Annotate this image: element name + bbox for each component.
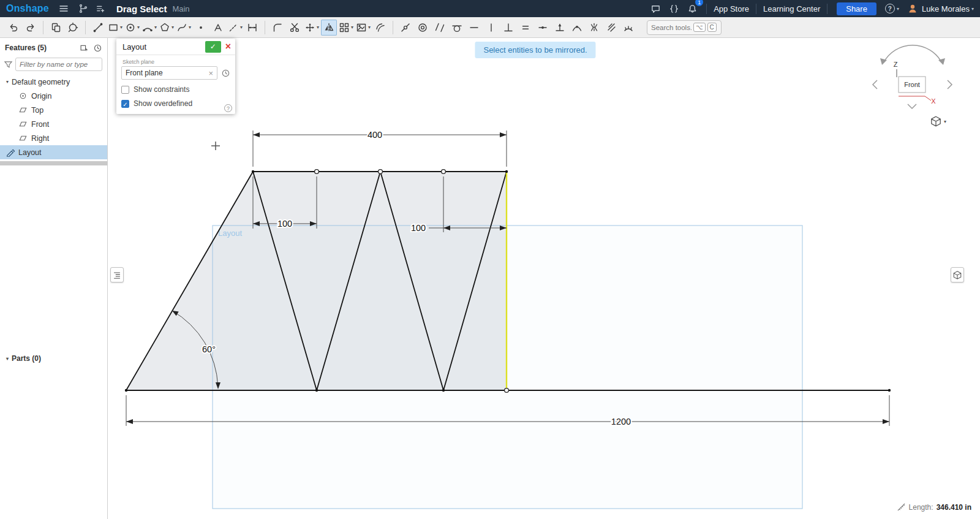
corner-rectangle-tool[interactable]: ▾	[107, 20, 123, 36]
offset-tool[interactable]	[372, 20, 388, 36]
parts-list-toggle[interactable]	[951, 267, 964, 282]
featurescript-button[interactable]	[666, 1, 681, 16]
chevron-down-icon[interactable]: ▾	[240, 25, 243, 30]
dimension-tool[interactable]	[244, 20, 260, 36]
equal-constraint-tool[interactable]	[518, 20, 533, 36]
show-overdefined-checkbox[interactable]: ✓	[121, 100, 129, 108]
user-name[interactable]: Luke Morales	[922, 4, 970, 13]
arc-tool[interactable]: ▾	[141, 20, 157, 36]
user-menu-caret-icon[interactable]: ▾	[971, 6, 974, 12]
chevron-down-icon[interactable]: ▾	[189, 25, 191, 30]
fillet-tool[interactable]	[270, 20, 285, 36]
vertical-constraint-tool[interactable]	[483, 20, 499, 36]
rotate-left-chevron[interactable]	[873, 80, 877, 89]
rotate-down-chevron[interactable]	[908, 104, 916, 108]
clock-icon[interactable]	[221, 69, 230, 78]
expander-chevron-icon[interactable]: ▾	[3, 79, 12, 85]
feature-filter-input[interactable]	[15, 58, 102, 71]
view-cube-face-label[interactable]: Front	[904, 81, 920, 88]
horizontal-constraint-tool[interactable]	[466, 20, 482, 36]
select-window-icon[interactable]	[80, 44, 89, 53]
symmetric-constraint-tool[interactable]	[586, 20, 602, 36]
mirror-tool[interactable]	[321, 20, 337, 36]
center-circle-tool[interactable]: ▾	[124, 20, 140, 36]
view-cube[interactable]: Front Z X	[866, 40, 970, 129]
insert-new-tab-button[interactable]	[93, 1, 108, 16]
view-options-button[interactable]: ▾	[930, 115, 946, 127]
dim-400-text[interactable]: 400	[368, 130, 382, 140]
sketch-svg[interactable]: Layout 400 100	[108, 38, 980, 519]
show-constraints-checkbox[interactable]	[121, 86, 129, 94]
rotate-right-chevron[interactable]	[948, 80, 952, 89]
curvature-constraint-tool[interactable]	[620, 20, 636, 36]
rotate-arc[interactable]	[883, 45, 942, 63]
midpoint-constraint-tool[interactable]	[535, 20, 551, 36]
sketch-plane-field[interactable]: Front plane ×	[121, 66, 217, 80]
polygon-tool[interactable]: ▾	[159, 20, 175, 36]
show-overdefined-row[interactable]: ✓ Show overdefined	[121, 99, 230, 108]
text-tool[interactable]	[210, 20, 226, 36]
tree-item-layout-sketch[interactable]: Layout	[0, 145, 107, 159]
linear-pattern-tool[interactable]: ▾	[338, 20, 354, 36]
tree-item-front-plane[interactable]: Front	[0, 117, 107, 131]
help-icon[interactable]: ?	[885, 4, 895, 13]
app-store-link[interactable]: App Store	[714, 4, 749, 13]
main-menu-button[interactable]	[56, 1, 71, 16]
tree-item-top-plane[interactable]: Top	[0, 103, 107, 117]
tree-item-origin[interactable]: Origin	[0, 89, 107, 103]
pattern-constraint-tool[interactable]	[603, 20, 619, 36]
tangent-constraint-tool[interactable]	[449, 20, 465, 36]
comments-button[interactable]	[648, 1, 663, 16]
user-avatar[interactable]	[907, 3, 918, 14]
sketch-name-label[interactable]: Layout	[218, 229, 242, 238]
chevron-down-icon[interactable]: ▾	[120, 25, 123, 30]
dim-100-left-text[interactable]: 100	[277, 219, 292, 229]
insert-image-tool[interactable]: ▾	[355, 20, 371, 36]
paste-sketch-tool[interactable]	[48, 20, 64, 36]
spline-tool[interactable]: ▾	[176, 20, 192, 36]
chevron-down-icon[interactable]: ▾	[351, 25, 353, 30]
tree-item-right-plane[interactable]: Right	[0, 131, 107, 145]
onshape-logo[interactable]: Onshape	[6, 3, 49, 14]
search-tools-input[interactable]	[651, 24, 692, 31]
parts-header[interactable]: ▾ Parts (0)	[0, 352, 107, 365]
point-tool[interactable]	[193, 20, 209, 36]
perpendicular-constraint-tool[interactable]	[500, 20, 516, 36]
clear-selection-icon[interactable]: ×	[208, 69, 213, 78]
chevron-down-icon[interactable]: ▾	[368, 25, 371, 30]
share-button[interactable]: Share	[837, 2, 876, 15]
rollback-bar[interactable]	[0, 161, 107, 165]
tree-item-default-geometry[interactable]: ▾ Default geometry	[0, 75, 107, 89]
document-title[interactable]: Drag Select	[116, 4, 167, 14]
graphics-area[interactable]: Layout 400 100	[108, 38, 980, 519]
expander-chevron-icon[interactable]: ▾	[3, 356, 12, 362]
transform-tool[interactable]: ▾	[304, 20, 320, 36]
undo-tool[interactable]	[6, 20, 21, 36]
workspace-name[interactable]: Main	[172, 4, 189, 13]
normal-constraint-tool[interactable]	[552, 20, 568, 36]
filter-funnel-icon[interactable]	[4, 60, 13, 69]
line-tool[interactable]	[90, 20, 106, 36]
chevron-down-icon[interactable]: ▾	[154, 25, 157, 30]
history-clock-icon[interactable]	[93, 44, 102, 53]
coincident-constraint-tool[interactable]	[398, 20, 413, 36]
accept-button[interactable]: ✓	[205, 41, 221, 53]
dialog-help-icon[interactable]: ?	[224, 104, 232, 112]
learning-center-link[interactable]: Learning Center	[763, 4, 820, 13]
concentric-constraint-tool[interactable]	[415, 20, 431, 36]
dim-100-right-text[interactable]: 100	[411, 223, 426, 233]
chevron-down-icon[interactable]: ▾	[317, 25, 319, 30]
construction-tool[interactable]: ▾	[227, 20, 243, 36]
cancel-button[interactable]: ×	[225, 42, 231, 51]
redo-tool[interactable]	[23, 20, 39, 36]
dim-angle-text[interactable]: 60°	[202, 344, 216, 354]
chevron-down-icon[interactable]: ▾	[137, 25, 140, 30]
chevron-down-icon[interactable]: ▾	[172, 25, 174, 30]
dialog-header[interactable]: Layout ✓ ×	[116, 39, 235, 55]
trim-tool[interactable]	[287, 20, 303, 36]
versions-button[interactable]	[76, 1, 91, 16]
show-constraints-row[interactable]: Show constraints	[121, 85, 230, 94]
feature-list-toggle[interactable]	[110, 267, 124, 282]
parallel-constraint-tool[interactable]	[432, 20, 448, 36]
search-tools-box[interactable]: ⌥ C	[647, 20, 722, 35]
